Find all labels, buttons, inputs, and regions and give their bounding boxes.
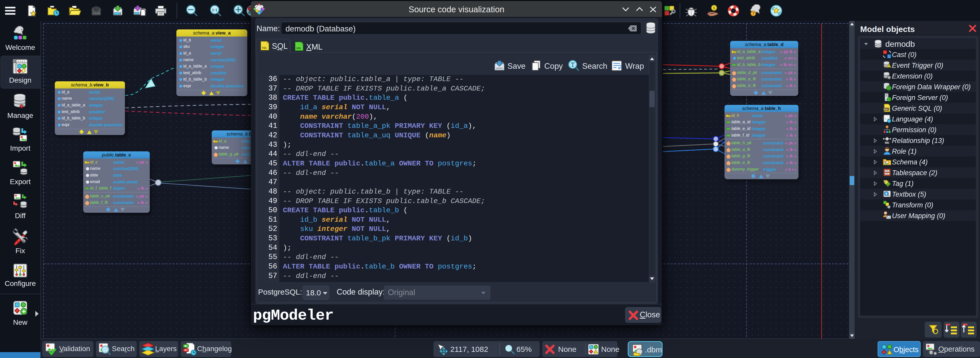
svg-text:XML: XML — [296, 47, 301, 50]
svg-text:!: ! — [888, 65, 889, 68]
svg-text:1:1: 1:1 — [212, 8, 218, 12]
svg-text:?: ? — [752, 11, 754, 16]
svg-text:SQL: SQL — [884, 108, 888, 111]
svg-text:T: T — [885, 192, 888, 196]
svg-text:SQL: SQL — [262, 46, 267, 49]
svg-text:1: 1 — [888, 54, 890, 58]
svg-text:$: $ — [713, 6, 715, 10]
svg-text:REL: REL — [885, 142, 889, 144]
